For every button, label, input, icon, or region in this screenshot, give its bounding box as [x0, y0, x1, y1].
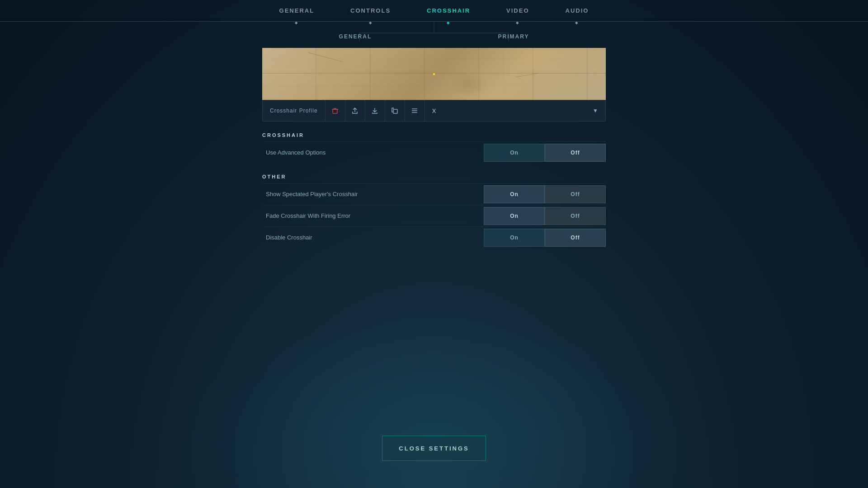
use-advanced-options-off[interactable]: Off: [545, 144, 606, 162]
nav-tabs: GENERAL CONTROLS CROSSHAIR VIDEO AUDIO: [279, 4, 589, 21]
list-profiles-button[interactable]: [405, 100, 425, 122]
fade-crosshair-toggle: On Off: [484, 207, 606, 225]
fade-crosshair-row: Fade Crosshair With Firing Error On Off: [262, 205, 606, 226]
fade-crosshair-on[interactable]: On: [484, 207, 545, 225]
profile-bar: Crosshair Profile: [262, 100, 606, 122]
sub-tab-general[interactable]: GENERAL: [339, 33, 372, 43]
show-spectated-label: Show Spectated Player's Crosshair: [262, 191, 484, 197]
other-section-title: OTHER: [262, 170, 606, 183]
tab-video[interactable]: VIDEO: [506, 4, 529, 21]
close-settings-wrapper: CLOSE SETTINGS: [382, 436, 486, 461]
svg-rect-9: [393, 109, 397, 113]
delete-profile-button[interactable]: [326, 100, 345, 122]
other-section: OTHER Show Spectated Player's Crosshair …: [262, 170, 606, 248]
wall-detail-1: [308, 52, 343, 62]
disable-crosshair-off[interactable]: Off: [545, 229, 606, 247]
use-advanced-options-toggle: On Off: [484, 144, 606, 162]
download-profile-button[interactable]: [365, 100, 385, 122]
crosshair-dot: [433, 73, 435, 75]
sub-nav-connector: GENERAL PRIMARY: [262, 22, 606, 44]
profile-dropdown-arrow: ▼: [593, 108, 598, 114]
profile-select[interactable]: X ▼: [425, 100, 605, 122]
tab-controls[interactable]: CONTROLS: [350, 4, 391, 21]
share-profile-button[interactable]: [345, 100, 365, 122]
show-spectated-row: Show Spectated Player's Crosshair On Off: [262, 183, 606, 205]
top-nav: GENERAL CONTROLS CROSSHAIR VIDEO AUDIO: [0, 0, 868, 22]
tab-audio[interactable]: AUDIO: [566, 4, 589, 21]
disable-crosshair-toggle: On Off: [484, 229, 606, 247]
wall-detail-2: [515, 73, 538, 78]
tab-general[interactable]: GENERAL: [279, 4, 315, 21]
close-settings-button[interactable]: CLOSE SETTINGS: [382, 436, 486, 461]
disable-crosshair-label: Disable Crosshair: [262, 234, 484, 241]
disable-crosshair-row: Disable Crosshair On Off: [262, 226, 606, 248]
crosshair-section-title: CROSSHAIR: [262, 129, 606, 141]
use-advanced-options-label: Use Advanced Options: [262, 149, 484, 156]
tab-crosshair[interactable]: CROSSHAIR: [427, 4, 470, 21]
use-advanced-options-row: Use Advanced Options On Off: [262, 141, 606, 163]
svg-rect-4: [333, 109, 337, 113]
show-spectated-off[interactable]: Off: [545, 185, 606, 203]
show-spectated-on[interactable]: On: [484, 185, 545, 203]
crosshair-preview: [262, 48, 606, 100]
profile-actions: [325, 100, 425, 122]
copy-profile-button[interactable]: [385, 100, 405, 122]
profile-label: Crosshair Profile: [263, 108, 325, 114]
fade-crosshair-label: Fade Crosshair With Firing Error: [262, 212, 484, 219]
main-content: Crosshair Profile: [262, 44, 606, 248]
profile-select-value: X: [432, 108, 436, 114]
page-wrapper: GENERAL CONTROLS CROSSHAIR VIDEO AUDIO G…: [0, 0, 868, 488]
fade-crosshair-off[interactable]: Off: [545, 207, 606, 225]
disable-crosshair-on[interactable]: On: [484, 229, 545, 247]
use-advanced-options-on[interactable]: On: [484, 144, 545, 162]
show-spectated-toggle: On Off: [484, 185, 606, 203]
sub-tab-primary[interactable]: PRIMARY: [498, 33, 529, 43]
crosshair-section: CROSSHAIR Use Advanced Options On Off: [262, 129, 606, 163]
